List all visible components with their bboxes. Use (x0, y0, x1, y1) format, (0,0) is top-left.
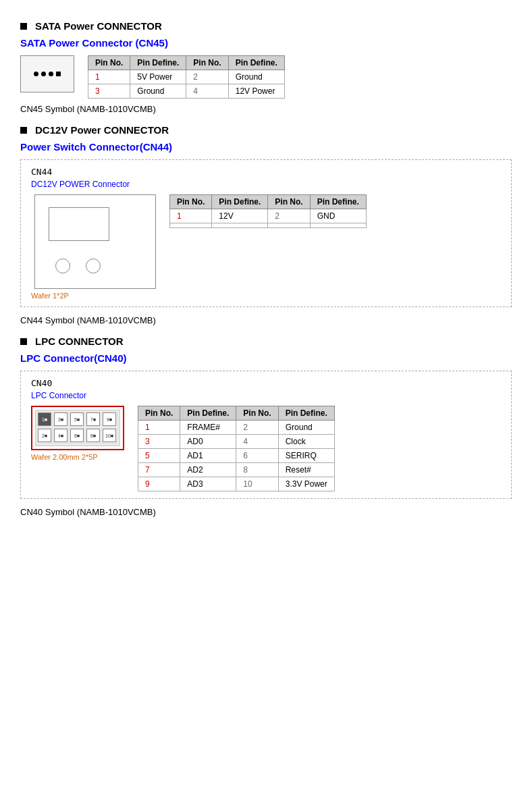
lpc-th-def1: Pin Define. (180, 406, 236, 421)
dc12v-def-e2 (310, 223, 366, 228)
sata-dot-2 (41, 72, 46, 76)
table-row: 1 12V 2 GND (170, 209, 367, 223)
lpc-th-pin2: Pin No. (236, 406, 278, 421)
table-row: 5AD16SERIRQ (138, 449, 335, 463)
table-row: 3 Ground 4 12V Power (88, 84, 285, 99)
lpc-pin-6: 6 (236, 449, 278, 463)
lpc-pin-10: 10 (236, 477, 278, 491)
dc12v-cn-label: CN44 (31, 167, 501, 177)
sata-dot-1 (34, 72, 38, 76)
table-row: 9AD3103.3V Power (138, 477, 335, 491)
sata-pin-3: 3 (88, 84, 130, 99)
lpc-pin-2: 2 (236, 421, 278, 435)
sata-dot-4 (56, 72, 61, 76)
dc12v-section-title: DC12V Power CONNECTOR (35, 124, 169, 136)
lpc-pin-1: 1 (138, 421, 180, 435)
dc12v-pin-2: 2 (268, 209, 310, 223)
sata-def-2: Ground (228, 70, 284, 84)
dc12v-th-pin1: Pin No. (170, 195, 212, 209)
sata-th-def2: Pin Define. (228, 56, 284, 70)
lpc-connector-name: LPC Connector (20, 352, 94, 364)
bullet-dc12v (20, 127, 27, 134)
dc12v-connector-image: Wafer 1*2P (31, 194, 156, 300)
sata-pin-4: 4 (186, 84, 228, 99)
dc12v-connector-name: Power Switch Connector (20, 141, 140, 153)
dc12v-circle2 (86, 259, 101, 273)
dc12v-section-header: DC12V Power CONNECTOR (20, 124, 512, 136)
sata-connector-heading: SATA Power Connector (CN45) (20, 37, 512, 49)
lpc-def-3: AD0 (180, 435, 236, 449)
dc12v-table-wrapper: Pin No. Pin Define. Pin No. Pin Define. … (169, 194, 367, 228)
table-row (170, 223, 367, 228)
lpc-grid-pin2: 2■ (38, 429, 51, 442)
dc12v-def-2: GND (310, 209, 366, 223)
table-row: 3AD04Clock (138, 435, 335, 449)
bullet-sata (20, 23, 27, 30)
sata-content-row: Pin No. Pin Define. Pin No. Pin Define. … (20, 55, 512, 99)
dc12v-pin-table: Pin No. Pin Define. Pin No. Pin Define. … (169, 194, 367, 228)
sata-section-title: SATA Power CONNECTOR (35, 20, 162, 32)
lpc-def-5: AD1 (180, 449, 236, 463)
sata-connector-name: SATA Power Connector (20, 37, 136, 49)
dc12v-th-def1: Pin Define. (212, 195, 268, 209)
lpc-th-def2: Pin Define. (278, 406, 334, 421)
lpc-grid-pin5: 5■ (70, 412, 84, 426)
dc12v-caption: CN44 Symbol (NAMB-1010VCMB) (20, 315, 512, 325)
sata-caption: CN45 Symbol (NAMB-1010VCMB) (20, 104, 512, 114)
sata-th-pin2: Pin No. (186, 56, 228, 70)
sata-connector-image (20, 55, 74, 92)
lpc-connector-id: (CN40) (94, 352, 126, 364)
sata-connector-id: (CN45) (136, 37, 168, 49)
lpc-grid-pin7: 7■ (86, 412, 100, 426)
dc12v-connector-heading: Power Switch Connector(CN44) (20, 141, 512, 153)
lpc-th-pin1: Pin No. (138, 406, 180, 421)
lpc-pin-9: 9 (138, 477, 180, 491)
lpc-grid-pin6: 6■ (70, 429, 84, 442)
dc12v-connector-id: (CN44) (140, 141, 172, 153)
lpc-grid-pin8: 8■ (86, 429, 100, 442)
lpc-def-4: Clock (278, 435, 334, 449)
lpc-pin-7: 7 (138, 463, 180, 477)
lpc-section-header: LPC CONNECTOR (20, 336, 512, 347)
lpc-pin-8: 8 (236, 463, 278, 477)
lpc-grid-pin9: 9■ (103, 412, 116, 426)
sata-pin-2: 2 (186, 70, 228, 84)
dc12v-inner-rect (49, 207, 109, 241)
lpc-def-2: Ground (278, 421, 334, 435)
sata-diagram (20, 55, 74, 92)
dc12v-orange-label: Wafer 1*2P (31, 292, 156, 300)
dc12v-def-1: 12V (212, 209, 268, 223)
lpc-grid-pin3: 3■ (54, 412, 68, 426)
lpc-grid-pin1: 1■ (38, 412, 51, 426)
sata-dots (34, 72, 61, 76)
sata-table-wrapper: Pin No. Pin Define. Pin No. Pin Define. … (88, 55, 285, 99)
sata-th-def1: Pin Define. (130, 56, 186, 70)
lpc-pin-4: 4 (236, 435, 278, 449)
table-row: 1 5V Power 2 Ground (88, 70, 285, 84)
dc12v-blue-label: DC12V POWER Connector (31, 180, 501, 189)
sata-dot-3 (49, 72, 53, 76)
table-row: 1FRAME#2Ground (138, 421, 335, 435)
lpc-def-9: AD3 (180, 477, 236, 491)
lpc-pin-3: 3 (138, 435, 180, 449)
sata-def-1: 5V Power (130, 70, 186, 84)
lpc-orange-label: Wafer 2.00mm 2*5P (31, 453, 124, 461)
lpc-table-wrapper: Pin No. Pin Define. Pin No. Pin Define. … (138, 406, 335, 491)
lpc-def-6: SERIRQ (278, 449, 334, 463)
lpc-content-row: 1■ 3■ 5■ 7■ 9■ 2■ 4■ 6■ 8■ 10■ Wafer 2.0… (31, 406, 501, 491)
dc12v-pin-1: 1 (170, 209, 212, 223)
lpc-connector-heading: LPC Connector(CN40) (20, 352, 512, 364)
lpc-pin-grid: 1■ 3■ 5■ 7■ 9■ 2■ 4■ 6■ 8■ 10■ (35, 410, 120, 446)
lpc-def-1: FRAME# (180, 421, 236, 435)
lpc-section-title: LPC CONNECTOR (35, 336, 124, 347)
lpc-def-8: Reset# (278, 463, 334, 477)
dc12v-th-def2: Pin Define. (310, 195, 366, 209)
lpc-blue-label: LPC Connector (31, 391, 501, 400)
dc12v-pin-e1 (170, 223, 212, 228)
lpc-caption: CN40 Symbol (NAMB-1010VCMB) (20, 507, 512, 517)
lpc-def-7: AD2 (180, 463, 236, 477)
sata-section-header: SATA Power CONNECTOR (20, 20, 512, 32)
lpc-pin-5: 5 (138, 449, 180, 463)
lpc-pin-table: Pin No. Pin Define. Pin No. Pin Define. … (138, 406, 335, 491)
dc12v-diagram (34, 194, 156, 289)
